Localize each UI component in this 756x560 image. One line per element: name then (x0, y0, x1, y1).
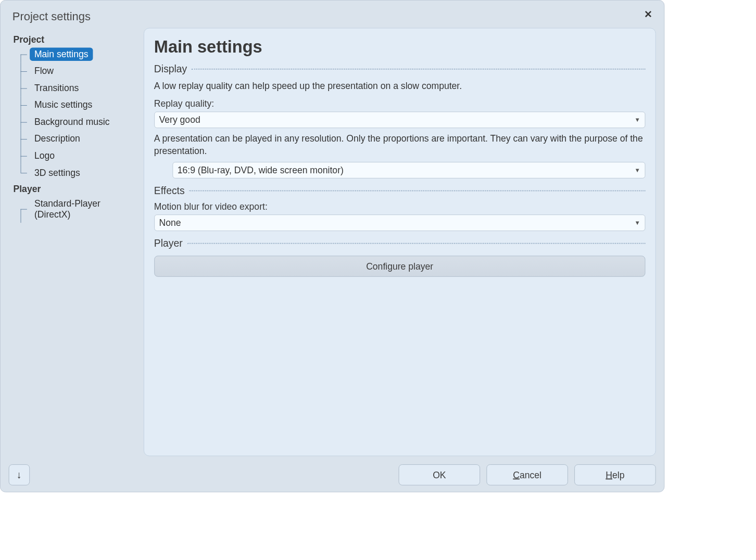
motion-blur-value: None (159, 218, 181, 228)
section-effects-title: Effects (154, 185, 185, 197)
arrow-down-icon: ↓ (17, 469, 22, 481)
motion-blur-select[interactable]: None ▼ (154, 214, 646, 231)
section-display: Display (154, 63, 646, 75)
divider-dots (187, 243, 645, 244)
window-title: Project settings (9, 7, 91, 23)
sidebar-item-description[interactable]: Description (21, 131, 138, 148)
display-hint-2: A presentation can be played in any reso… (154, 133, 646, 157)
replay-quality-value: Very good (159, 114, 200, 125)
chevron-down-icon: ▼ (634, 219, 640, 226)
display-hint-1: A low replay quality can help speed up t… (154, 80, 646, 92)
sidebar-item-background-music[interactable]: Background music (21, 113, 138, 131)
dialog-body: Project Main settings Flow Transitions M… (9, 28, 656, 456)
close-icon[interactable]: ✕ (640, 7, 656, 22)
sidebar-item-main-settings[interactable]: Main settings (21, 46, 138, 63)
sidebar-item-3d-settings[interactable]: 3D settings (21, 164, 138, 182)
divider-dots (192, 69, 645, 70)
dialog-footer: ↓ OK Cancel Help (9, 456, 656, 485)
motion-blur-label: Motion blur for video export: (154, 201, 646, 212)
sidebar-tree-player: Standard-Player (DirectX) (21, 195, 138, 223)
configure-player-button[interactable]: Configure player (154, 256, 646, 276)
chevron-down-icon: ▼ (634, 117, 640, 123)
sidebar-item-flow[interactable]: Flow (21, 62, 138, 80)
help-button[interactable]: Help (574, 464, 656, 485)
import-export-button[interactable]: ↓ (9, 464, 30, 485)
sidebar-group-project: Project (13, 34, 138, 45)
sidebar-item-logo[interactable]: Logo (21, 147, 138, 164)
settings-sidebar: Project Main settings Flow Transitions M… (9, 28, 139, 456)
titlebar: Project settings ✕ (9, 7, 656, 28)
sidebar-tree-project: Main settings Flow Transitions Music set… (21, 46, 138, 181)
ok-button[interactable]: OK (399, 464, 480, 485)
project-settings-window: Project settings ✕ Project Main settings… (0, 0, 664, 492)
sidebar-item-music-settings[interactable]: Music settings (21, 96, 138, 113)
settings-panel: Main settings Display A low replay quali… (144, 28, 656, 456)
section-player-title: Player (154, 237, 183, 249)
aspect-ratio-value: 16:9 (Blu-ray, DVD, wide screen monitor) (178, 165, 344, 175)
replay-quality-label: Replay quality: (154, 98, 646, 109)
panel-heading: Main settings (154, 37, 646, 57)
cancel-button[interactable]: Cancel (486, 464, 568, 485)
chevron-down-icon: ▼ (634, 167, 640, 173)
section-effects: Effects (154, 185, 646, 197)
section-player: Player (154, 237, 646, 249)
divider-dots (189, 190, 645, 192)
sidebar-group-player: Player (13, 184, 138, 194)
sidebar-item-transitions[interactable]: Transitions (21, 80, 138, 97)
aspect-ratio-select[interactable]: 16:9 (Blu-ray, DVD, wide screen monitor)… (172, 162, 645, 179)
section-display-title: Display (154, 63, 187, 75)
replay-quality-select[interactable]: Very good ▼ (154, 111, 646, 128)
sidebar-item-standard-player[interactable]: Standard-Player (DirectX) (21, 195, 138, 223)
